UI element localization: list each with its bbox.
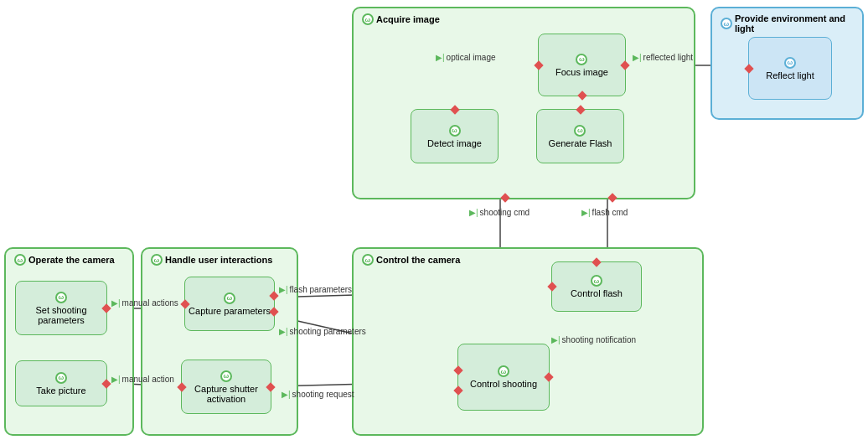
- node-control-flash[interactable]: ω Control flash: [551, 261, 642, 312]
- group-acquire-image-label: ω Acquire image: [362, 13, 440, 25]
- label-flash-cmd: ▶| flash cmd: [581, 208, 628, 217]
- node-capture-params[interactable]: ω Capture parameters: [184, 277, 275, 331]
- group-control-camera-label: ω Control the camera: [362, 254, 460, 266]
- node-reflect-light[interactable]: ω Reflect light: [748, 37, 832, 100]
- node-generate-flash[interactable]: ω Generate Flash: [536, 109, 624, 163]
- diagram-canvas: ω Acquire image ω Provide environment an…: [0, 0, 868, 445]
- node-control-shooting[interactable]: ω Control shooting: [457, 344, 550, 411]
- node-focus-image[interactable]: ω Focus image: [538, 34, 626, 96]
- port-acquire-bottom2: [607, 193, 617, 202]
- group-provide-env-label: ω Provide environment and light: [721, 13, 862, 34]
- handle-user-icon: ω: [151, 254, 163, 266]
- group-operate-camera: ω Operate the camera: [4, 247, 134, 436]
- node-set-shooting[interactable]: ω Set shooting parameters: [15, 281, 107, 335]
- group-handle-user-label: ω Handle user interactions: [151, 254, 272, 266]
- label-shooting-request: ▶| shooting request: [282, 390, 354, 399]
- label-shooting-notification: ▶| shooting notification: [551, 335, 636, 344]
- acquire-image-icon: ω: [362, 13, 374, 25]
- label-shooting-parameters: ▶| shooting parameters: [279, 327, 366, 336]
- node-detect-image[interactable]: ω Detect image: [411, 109, 499, 163]
- control-camera-icon: ω: [362, 254, 374, 266]
- label-flash-parameters: ▶| flash parameters: [279, 285, 352, 294]
- port-acquire-bottom1: [500, 193, 509, 202]
- label-manual-actions: ▶| manual actions: [111, 298, 178, 308]
- label-optical-image: ▶| optical image: [436, 53, 496, 62]
- operate-camera-icon: ω: [14, 254, 26, 266]
- provide-env-icon: ω: [721, 18, 732, 29]
- node-take-picture[interactable]: ω Take picture: [15, 360, 107, 406]
- label-shooting-cmd: ▶| shooting cmd: [469, 208, 530, 217]
- label-manual-action: ▶| manual action: [111, 375, 174, 384]
- label-reflected-light: ▶| reflected light: [633, 53, 693, 62]
- node-capture-shutter[interactable]: ω Capture shutter activation: [181, 360, 271, 414]
- group-operate-camera-label: ω Operate the camera: [14, 254, 115, 266]
- group-acquire-image: ω Acquire image: [352, 7, 695, 199]
